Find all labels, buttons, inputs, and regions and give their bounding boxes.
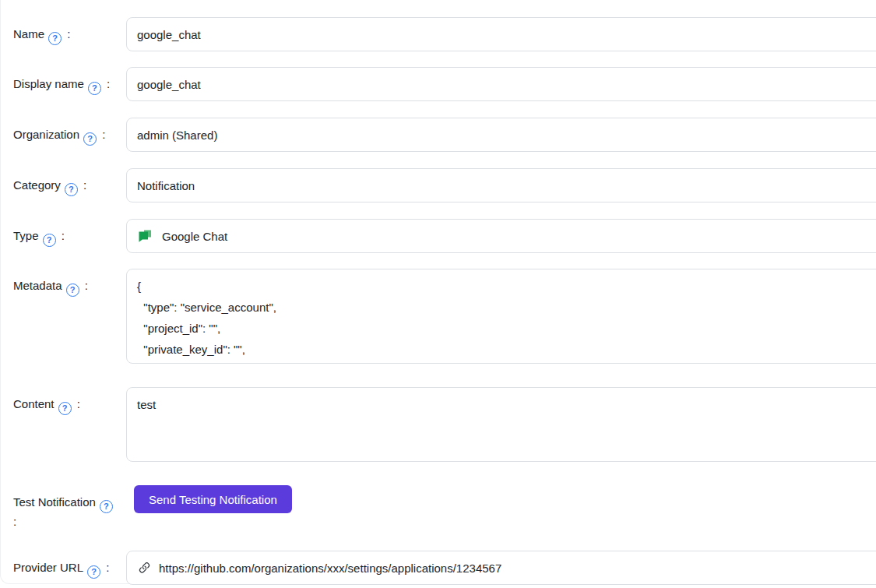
organization-input[interactable] [126, 118, 876, 152]
display-name-label: Display name? : [12, 67, 126, 95]
form-row-organization: Organization? : [12, 118, 876, 152]
link-icon [137, 561, 152, 576]
form-row-category: Category? : [12, 168, 876, 202]
form-row-provider-url: Provider URL? : https://github.com/organ… [12, 551, 876, 585]
help-icon[interactable]: ? [83, 132, 97, 146]
content-textarea[interactable]: test [126, 387, 876, 462]
help-icon[interactable]: ? [58, 402, 72, 415]
display-name-input[interactable] [126, 67, 876, 101]
page: Name? : Display name? : Organization? : [0, 0, 876, 588]
form-row-name: Name? : [12, 17, 876, 51]
type-label: Type? : [12, 219, 126, 247]
metadata-label: Metadata? : [12, 269, 126, 297]
organization-label: Organization? : [12, 118, 126, 146]
type-value: Google Chat [162, 230, 227, 243]
provider-url-value: https://github.com/organizations/xxx/set… [159, 562, 501, 575]
name-label: Name? : [12, 17, 126, 45]
category-label: Category? : [12, 168, 126, 196]
form-row-metadata: Metadata? : { "type": "service_account",… [12, 269, 876, 367]
help-icon[interactable]: ? [43, 234, 56, 247]
form-row-test-notification: Test Notification? : Send Testing Notifi… [12, 485, 876, 530]
form-row-content: Content? : test [12, 387, 876, 465]
provider-url-label: Provider URL? : [12, 551, 126, 579]
content-label: Content? : [12, 387, 126, 415]
form-row-display-name: Display name? : [12, 67, 876, 101]
help-icon[interactable]: ? [87, 565, 100, 579]
help-icon[interactable]: ? [65, 183, 78, 196]
help-icon[interactable]: ? [100, 500, 113, 513]
help-icon[interactable]: ? [88, 82, 101, 95]
type-select[interactable]: Google Chat [126, 219, 876, 253]
form-row-type: Type? : Google Chat [12, 219, 876, 253]
help-icon[interactable]: ? [48, 32, 62, 45]
google-chat-icon [137, 228, 153, 244]
metadata-textarea[interactable]: { "type": "service_account", "project_id… [126, 269, 876, 364]
help-icon[interactable]: ? [66, 283, 79, 297]
form-card: Name? : Display name? : Organization? : [0, 0, 876, 584]
send-testing-notification-button[interactable]: Send Testing Notification [134, 485, 292, 513]
test-notification-label: Test Notification? : [12, 485, 126, 530]
name-input[interactable] [126, 17, 876, 51]
provider-url-input[interactable]: https://github.com/organizations/xxx/set… [126, 551, 876, 585]
category-input[interactable] [126, 168, 876, 202]
